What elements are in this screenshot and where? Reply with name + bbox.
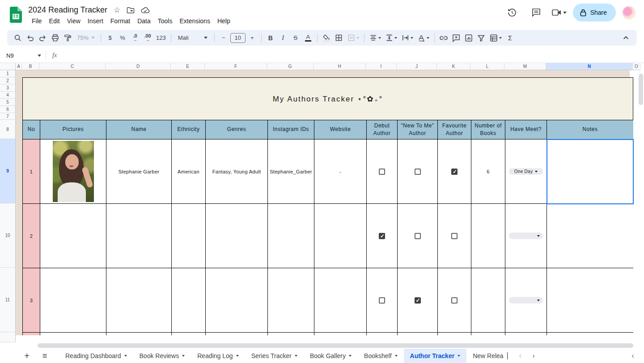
fill-color-button[interactable] [321, 32, 332, 44]
header-favourite-author[interactable]: Favourite Author [438, 120, 471, 139]
print-button[interactable] [49, 32, 61, 44]
merge-caret-down-icon[interactable] [356, 37, 359, 39]
cell-no[interactable]: 2 [23, 204, 40, 268]
insert-comment-button[interactable] [450, 32, 462, 44]
row-header-10[interactable]: 10 [0, 203, 16, 268]
cell-instagram[interactable] [268, 333, 314, 335]
cell-favourite-author[interactable] [438, 139, 471, 204]
tab-caret-icon[interactable] [182, 355, 185, 357]
collapse-toolbar-button[interactable] [621, 32, 632, 44]
menu-extensions[interactable]: Extensions [176, 17, 213, 25]
column-header-j[interactable]: J [397, 63, 437, 70]
column-header-o[interactable]: O [633, 63, 640, 70]
row-header-3[interactable]: 3 [0, 84, 16, 92]
name-box[interactable]: N9 [0, 52, 46, 59]
column-header-l[interactable]: L [470, 63, 504, 70]
row-header-1[interactable]: 1 [0, 70, 16, 77]
table-title-banner[interactable]: My Authors Tracker ⋆°✿₊° [23, 78, 633, 120]
cell-genres[interactable] [206, 204, 268, 268]
cell-new-to-me-author[interactable] [398, 139, 438, 204]
row-header-7[interactable]: 7 [0, 113, 16, 120]
cell-picture[interactable] [40, 139, 106, 204]
increase-font-size-button[interactable]: + [246, 32, 258, 44]
tab-caret-icon[interactable] [349, 355, 352, 357]
checkbox[interactable] [379, 169, 385, 175]
add-sheet-button[interactable]: + [20, 349, 34, 363]
row-header-12[interactable] [0, 332, 16, 342]
checkbox[interactable] [379, 297, 385, 304]
vertical-align-caret-icon[interactable] [394, 37, 397, 39]
cell-debut-author[interactable] [367, 139, 398, 204]
insert-chart-button[interactable] [463, 32, 475, 44]
horizontal-align-button[interactable] [368, 32, 383, 44]
share-button[interactable]: Share [573, 4, 616, 21]
cell-genres[interactable]: Fantasy, Young Adult [206, 139, 268, 204]
insert-link-button[interactable] [438, 32, 449, 44]
horizontal-align-caret-icon[interactable] [378, 37, 381, 39]
have-meet-dropdown[interactable] [509, 232, 543, 239]
text-wrap-button[interactable] [400, 32, 415, 44]
cell-have-meet[interactable]: One Day [505, 139, 547, 204]
menu-tools[interactable]: Tools [154, 17, 176, 25]
all-sheets-menu-button[interactable]: ≡ [38, 349, 52, 363]
horizontal-scrollbar[interactable] [38, 343, 633, 348]
header-genres[interactable]: Genres [206, 120, 268, 139]
cell-number-of-books[interactable]: 6 [471, 139, 505, 204]
column-header-f[interactable]: F [205, 63, 267, 70]
cell-genres[interactable] [206, 333, 268, 335]
text-color-button[interactable]: A [302, 32, 314, 44]
italic-button[interactable]: I [277, 32, 289, 44]
format-currency-button[interactable]: $ [104, 32, 116, 44]
have-meet-dropdown[interactable]: One Day [509, 168, 543, 175]
text-wrap-caret-icon[interactable] [411, 37, 413, 39]
column-header-e[interactable]: E [171, 63, 205, 70]
cloud-saved-icon[interactable] [141, 7, 150, 14]
tab-reading-log[interactable]: Reading Log [191, 349, 245, 363]
version-history-icon[interactable] [503, 4, 521, 21]
cell-new-to-me-author[interactable] [398, 204, 438, 268]
menu-help[interactable]: Help [214, 17, 234, 25]
header-have-meet[interactable]: Have Meet? [505, 120, 547, 139]
checkbox[interactable] [451, 233, 458, 239]
cell-notes[interactable] [547, 204, 633, 268]
text-rotation-button[interactable] [416, 32, 431, 44]
comments-icon[interactable] [527, 4, 545, 21]
increase-decimal-button[interactable]: .00→ [142, 32, 153, 44]
tab-author-tracker-active[interactable]: Author Tracker [404, 349, 467, 363]
row-header-8[interactable]: 8 [0, 120, 16, 139]
meet-caret-down-icon[interactable] [563, 12, 567, 14]
cell-debut-author[interactable] [367, 333, 398, 335]
meet-join-call-button[interactable] [551, 8, 567, 17]
cell-have-meet[interactable] [505, 268, 547, 333]
checkbox[interactable] [379, 233, 385, 239]
table-views-caret-icon[interactable] [499, 37, 502, 39]
column-header-m[interactable]: M [504, 63, 546, 70]
row-header-6[interactable]: 6 [0, 106, 16, 113]
header-website[interactable]: Website [314, 120, 367, 139]
redo-button[interactable] [37, 32, 48, 44]
search-menus-icon[interactable] [12, 32, 23, 44]
font-family-select[interactable]: Mali [174, 32, 211, 44]
decrease-decimal-button[interactable]: .0← [129, 32, 141, 44]
zoom-select[interactable]: 75% [74, 32, 97, 44]
column-header-b[interactable]: B [22, 63, 39, 70]
tab-bookshelf[interactable]: Bookshelf [358, 349, 403, 363]
checkbox[interactable] [451, 169, 458, 175]
row-header-4[interactable]: 4 [0, 92, 16, 99]
cell-ethnicity[interactable]: American [172, 139, 206, 204]
column-header-h[interactable]: H [314, 63, 366, 70]
checkbox[interactable] [451, 297, 458, 304]
tab-caret-icon[interactable] [395, 355, 398, 357]
cell-notes[interactable] [547, 333, 633, 335]
table-views-button[interactable] [488, 32, 504, 44]
cell-ethnicity[interactable] [172, 268, 206, 333]
tab-bar-right-chevron-icon[interactable]: ‹ [626, 351, 640, 360]
name-box-caret-icon[interactable] [38, 55, 41, 57]
cell-new-to-me-author[interactable] [398, 333, 438, 335]
account-avatar[interactable] [622, 6, 636, 20]
header-no[interactable]: No [23, 120, 40, 139]
vertical-align-button[interactable] [384, 32, 399, 44]
more-number-formats-button[interactable]: 123 [154, 32, 168, 44]
cell-number-of-books[interactable] [471, 204, 505, 268]
tab-book-gallery[interactable]: Book Gallery [304, 349, 358, 363]
